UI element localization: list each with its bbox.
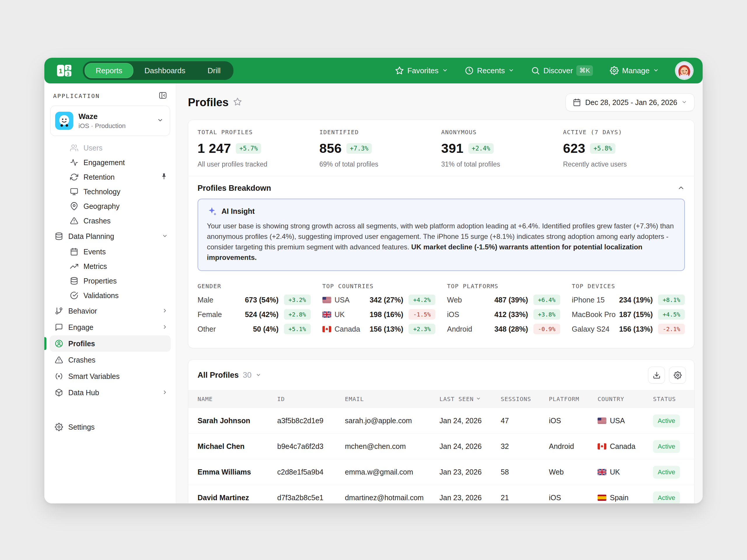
delta-badge: +3.8%	[534, 309, 560, 320]
delta-badge: +6.4%	[534, 295, 560, 305]
stat-subtext: All user profiles tracked	[198, 160, 319, 168]
mini-row: Android 348 (28%) -0.9%	[447, 322, 560, 336]
delta-badge: +7.3%	[346, 143, 372, 154]
delta-badge: +5.7%	[236, 143, 261, 154]
tab-reports[interactable]: Reports	[85, 63, 133, 78]
package-icon	[55, 389, 63, 397]
profiles-count: 30	[243, 371, 252, 380]
users-icon	[70, 144, 78, 152]
profiles-overview-card: TOTAL PROFILES 1 247 +5.7% All user prof…	[188, 119, 694, 348]
date-range-picker[interactable]: Dec 28, 2025 - Jan 26, 2026	[566, 93, 694, 111]
col-status: STATUS	[653, 396, 685, 402]
col-country: COUNTRY	[598, 396, 653, 402]
col-sessions: SESSIONS	[501, 396, 549, 402]
stat-value: 391	[441, 141, 464, 156]
table-row[interactable]: David Martinez d7f3a2b8c5e1 dmartinez@ho…	[188, 485, 694, 503]
tab-dashboards[interactable]: Dashboards	[133, 63, 197, 78]
app-selector[interactable]: Waze iOS · Production	[50, 106, 170, 136]
sidebar-item-geography[interactable]: Geography	[44, 199, 176, 213]
sidebar-item-settings[interactable]: Settings	[44, 419, 176, 435]
check-circle-icon	[70, 291, 78, 299]
stat-subtext: 69% of total profiles	[319, 160, 441, 168]
clock-icon	[465, 66, 473, 75]
brand-logo-icon[interactable]: 1 2 3	[56, 62, 72, 79]
sidebar-item-metrics[interactable]: Metrics	[44, 259, 176, 273]
flag-usa-icon	[323, 297, 331, 303]
chevron-right-icon	[162, 323, 168, 331]
sidebar-item-crashes-main[interactable]: Crashes	[44, 352, 176, 368]
svg-text:1: 1	[59, 68, 62, 75]
sidebar-item-retention[interactable]: Retention	[44, 170, 176, 184]
download-button[interactable]	[648, 367, 665, 383]
favorites-menu[interactable]: Favorites	[395, 66, 448, 75]
col-name: NAME	[198, 396, 277, 402]
manage-menu[interactable]: Manage	[610, 66, 659, 75]
sparkles-icon	[207, 206, 217, 216]
delta-badge: +2.3%	[409, 324, 435, 334]
status-badge: Active	[653, 415, 680, 427]
sidebar-item-engagement[interactable]: Engagement	[44, 155, 176, 170]
mini-table-top-devices: TOP DEVICES iPhone 15 234 (19%) +8.1% Ma…	[572, 283, 685, 336]
chevron-down-icon	[256, 371, 261, 380]
stat-subtext: Recently active users	[563, 160, 685, 168]
chevron-right-icon	[162, 307, 168, 315]
search-icon	[531, 66, 540, 75]
panel-collapse-icon[interactable]	[158, 91, 169, 101]
flag-spain-icon	[598, 495, 607, 501]
col-last-seen[interactable]: LAST SEEN	[439, 396, 501, 402]
sidebar-item-data-planning[interactable]: Data Planning	[44, 228, 176, 244]
discover-label: Discover	[543, 66, 573, 75]
table-row[interactable]: Emma Williams c2d8e1f5a9b4 emma.w@gmail.…	[188, 459, 694, 485]
col-id: ID	[277, 396, 345, 402]
sidebar-item-data-hub[interactable]: Data Hub	[44, 384, 176, 401]
all-profiles-dropdown[interactable]: All Profiles 30	[198, 371, 261, 380]
tab-drill[interactable]: Drill	[197, 63, 232, 78]
recents-menu[interactable]: Recents	[465, 66, 514, 75]
sidebar-item-smart-variables[interactable]: Smart Variables	[44, 368, 176, 384]
gear-icon	[610, 66, 619, 75]
sort-chevron-icon	[476, 396, 481, 402]
table-row[interactable]: Michael Chen b9e4c7a6f2d3 mchen@chen.com…	[188, 434, 694, 459]
flag-usa-icon	[598, 418, 607, 424]
top-navbar: 1 2 3 Reports Dashboards Drill Favorites…	[44, 58, 703, 83]
sidebar-item-users[interactable]: Users	[44, 140, 176, 155]
table-header-row: NAME ID EMAIL LAST SEEN SESSIONS PLATFOR…	[188, 390, 694, 408]
delta-badge: -0.9%	[534, 324, 560, 334]
mini-row: Male 673 (54%) +3.2%	[198, 293, 311, 307]
delta-badge: +3.2%	[284, 295, 311, 305]
mini-row: Other 50 (4%) +5.1%	[198, 322, 311, 336]
database-icon	[70, 277, 78, 285]
waze-app-icon	[55, 112, 73, 130]
stat-subtext: 31% of total profiles	[441, 160, 563, 168]
svg-text:3: 3	[67, 72, 70, 77]
delta-badge: +4.5%	[658, 309, 685, 320]
table-row[interactable]: Sarah Johnson a3f5b8c2d1e9 sarah.jo@appl…	[188, 408, 694, 434]
pin-icon[interactable]	[160, 172, 168, 182]
sidebar-item-crashes[interactable]: Crashes	[44, 213, 176, 228]
sidebar-item-technology[interactable]: Technology	[44, 184, 176, 199]
database-icon	[55, 232, 63, 240]
delta-badge: -1.5%	[409, 309, 435, 320]
keyboard-shortcut-badge: ⌘K	[576, 65, 593, 76]
chevron-right-icon	[162, 389, 168, 397]
mini-row: UK 198 (16%) -1.5%	[323, 307, 436, 322]
calendar-icon	[573, 98, 581, 106]
collapse-section-icon[interactable]	[677, 184, 685, 193]
avatar[interactable]	[676, 62, 693, 79]
table-settings-button[interactable]	[669, 367, 686, 383]
mini-table-gender: GENDER Male 673 (54%) +3.2% Female 524 (…	[198, 283, 311, 336]
mini-row: iPhone 15 234 (19%) +8.1%	[572, 293, 685, 307]
flag-uk-icon	[323, 312, 331, 318]
active-indicator	[44, 337, 46, 350]
stat-identified: IDENTIFIED 856 +7.3% 69% of total profil…	[319, 129, 441, 168]
sidebar-item-events[interactable]: Events	[44, 244, 176, 259]
favorite-star-icon[interactable]	[233, 98, 242, 107]
stat-value: 856	[319, 141, 342, 156]
sidebar-item-engage[interactable]: Engage	[44, 319, 176, 336]
discover-search[interactable]: Discover ⌘K	[531, 65, 593, 76]
sidebar-item-validations[interactable]: Validations	[44, 288, 176, 303]
sidebar-item-properties[interactable]: Properties	[44, 273, 176, 288]
sidebar-item-profiles[interactable]: Profiles	[50, 336, 171, 352]
status-badge: Active	[653, 440, 680, 453]
sidebar-item-behavior[interactable]: Behavior	[44, 303, 176, 319]
